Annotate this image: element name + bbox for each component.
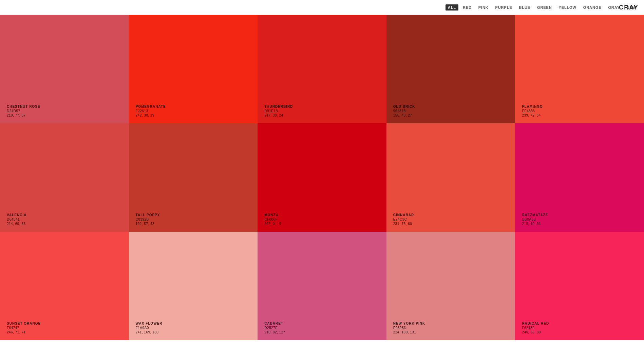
nav-filters: ALLREDPINKPURPLEBLUEGREENYELLOWORANGEGRA… [446, 4, 639, 11]
color-cell[interactable]: WAX FLOWERF1A9A0241, 169, 160 [129, 232, 258, 340]
color-hex: E08283 [393, 326, 425, 330]
color-info: CABARETD2527F210, 82, 127 [264, 322, 285, 334]
header: ALLREDPINKPURPLEBLUEGREENYELLOWORANGEGRA… [0, 0, 644, 15]
color-hex: D91E1B [264, 109, 293, 113]
color-hex: F1A9A0 [136, 326, 163, 330]
color-rgb: 239, 72, 54 [522, 114, 543, 117]
color-name: CINNABAR [393, 213, 414, 217]
color-name: TALL POPPY [136, 213, 160, 217]
color-cell[interactable]: NEW YORK PINKE08283224, 130, 131 [386, 232, 515, 340]
color-cell[interactable]: VALENCIAD64541214, 69, 65 [0, 123, 129, 232]
color-hex: EF4836 [522, 109, 543, 113]
nav-item-orange[interactable]: ORANGE [581, 4, 604, 11]
color-hex: F62459 [522, 326, 549, 330]
color-info: CHESTNUT ROSED24D57210, 77, 87 [7, 105, 40, 117]
color-name: THUNDERBIRD [264, 105, 293, 108]
color-info: OLD BRICK96281B150, 40, 27 [393, 105, 415, 117]
color-name: POMEGRANATE [136, 105, 166, 108]
color-cell[interactable]: MONZACF000F207, 0, 15 [258, 123, 386, 232]
color-rgb: 210, 77, 87 [7, 114, 40, 117]
color-name: VALENCIA [7, 213, 26, 217]
color-info: THUNDERBIRDD91E1B217, 30, 24 [264, 105, 293, 117]
color-rgb: 192, 57, 43 [136, 222, 160, 226]
color-hex: D64541 [7, 218, 26, 221]
color-name: RAZZMATAZZ [522, 213, 548, 217]
color-hex: F64747 [7, 326, 41, 330]
color-name: SUNSET ORANGE [7, 322, 41, 325]
color-name: CHESTNUT ROSE [7, 105, 40, 108]
color-rgb: 246, 71, 71 [7, 330, 41, 334]
color-grid: CHESTNUT ROSED24D57210, 77, 87POMEGRANAT… [0, 15, 644, 340]
color-name: OLD BRICK [393, 105, 415, 108]
color-hex: CF000F [264, 218, 281, 221]
color-info: NEW YORK PINKE08283224, 130, 131 [393, 322, 425, 334]
nav-item-pink[interactable]: PINK [476, 4, 491, 11]
color-name: WAX FLOWER [136, 322, 163, 325]
color-cell[interactable]: FLAMINGOEF4836239, 72, 54 [515, 15, 644, 123]
color-rgb: 214, 69, 65 [7, 222, 26, 226]
color-rgb: 242, 38, 19 [136, 114, 166, 117]
color-hex: E74C3C [393, 218, 414, 221]
nav-item-green[interactable]: GREEN [535, 4, 554, 11]
color-info: MONZACF000F207, 0, 15 [264, 213, 281, 226]
color-rgb: 217, 30, 24 [264, 114, 293, 117]
color-info: POMEGRANATEF22613242, 38, 19 [136, 105, 166, 117]
color-rgb: 150, 40, 27 [393, 114, 415, 117]
color-hex: C0392B [136, 218, 160, 221]
color-info: CINNABARE74C3C231, 76, 60 [393, 213, 414, 226]
color-cell[interactable]: CINNABARE74C3C231, 76, 60 [386, 123, 515, 232]
color-name: NEW YORK PINK [393, 322, 425, 325]
color-rgb: 224, 130, 131 [393, 330, 425, 334]
nav-item-purple[interactable]: PURPLE [493, 4, 515, 11]
color-cell[interactable]: TALL POPPYC0392B192, 57, 43 [129, 123, 258, 232]
color-rgb: 241, 169, 160 [136, 330, 163, 334]
nav-item-red[interactable]: RED [460, 4, 474, 11]
color-name: FLAMINGO [522, 105, 543, 108]
color-rgb: 219, 10, 91 [522, 222, 548, 226]
color-cell[interactable]: SUNSET ORANGEF64747246, 71, 71 [0, 232, 129, 340]
color-cell[interactable]: OLD BRICK96281B150, 40, 27 [386, 15, 515, 123]
color-cell[interactable]: THUNDERBIRDD91E1B217, 30, 24 [258, 15, 386, 123]
color-hex: D24D57 [7, 109, 40, 113]
color-cell[interactable]: CHESTNUT ROSED24D57210, 77, 87 [0, 15, 129, 123]
nav-item-blue[interactable]: BLUE [516, 4, 532, 11]
color-cell[interactable]: POMEGRANATEF22613242, 38, 19 [129, 15, 258, 123]
color-info: WAX FLOWERF1A9A0241, 169, 160 [136, 322, 163, 334]
color-cell[interactable]: RADICAL REDF62459246, 36, 89 [515, 232, 644, 340]
color-info: RAZZMATAZZDB0A5B219, 10, 91 [522, 213, 548, 226]
color-rgb: 246, 36, 89 [522, 330, 549, 334]
color-name: CABARET [264, 322, 285, 325]
color-cell[interactable]: RAZZMATAZZDB0A5B219, 10, 91 [515, 123, 644, 232]
color-hex: D2527F [264, 326, 285, 330]
color-name: RADICAL RED [522, 322, 549, 325]
color-cell[interactable]: CABARETD2527F210, 82, 127 [258, 232, 386, 340]
color-name: MONZA [264, 213, 281, 217]
nav-item-all[interactable]: ALL [446, 4, 458, 11]
logo: CRAY [619, 4, 639, 11]
color-info: FLAMINGOEF4836239, 72, 54 [522, 105, 543, 117]
color-hex: DB0A5B [522, 218, 548, 221]
color-rgb: 231, 76, 60 [393, 222, 414, 226]
color-info: VALENCIAD64541214, 69, 65 [7, 213, 26, 226]
color-info: TALL POPPYC0392B192, 57, 43 [136, 213, 160, 226]
color-rgb: 207, 0, 15 [264, 222, 281, 226]
color-info: SUNSET ORANGEF64747246, 71, 71 [7, 322, 41, 334]
color-hex: 96281B [393, 109, 415, 113]
color-hex: F22613 [136, 109, 166, 113]
color-rgb: 210, 82, 127 [264, 330, 285, 334]
color-info: RADICAL REDF62459246, 36, 89 [522, 322, 549, 334]
nav-item-yellow[interactable]: YELLOW [556, 4, 579, 11]
